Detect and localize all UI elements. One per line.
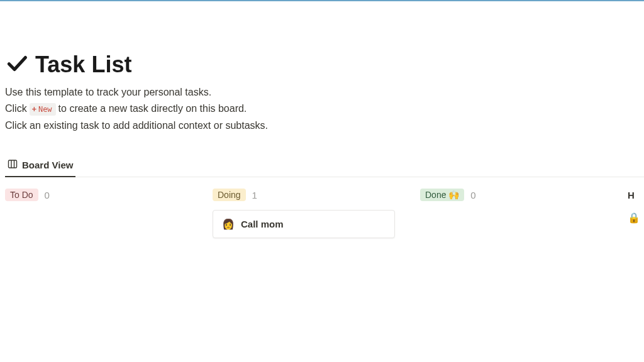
desc-text: Click an existing task to add additional… xyxy=(5,118,268,134)
page-description: Use this template to track your personal… xyxy=(5,84,644,134)
card-emoji-icon: 👩 xyxy=(222,218,235,230)
desc-text: to create a new task directly on this bo… xyxy=(58,101,247,117)
page-header: Task List Use this template to track you… xyxy=(5,14,644,134)
column-header: Doing 1 xyxy=(213,189,413,201)
column-doing: Doing 1 👩 Call mom xyxy=(213,189,420,238)
overflow-column: H 🔒 xyxy=(628,189,644,238)
column-done: Done 🙌 0 xyxy=(420,189,628,238)
desc-text: Click xyxy=(5,101,27,117)
column-header: To Do 0 xyxy=(5,189,205,201)
column-count: 1 xyxy=(252,190,257,200)
title-row: Task List xyxy=(5,52,644,78)
column-count: 0 xyxy=(45,190,50,200)
card-title: Call mom xyxy=(241,219,284,229)
column-header: Done 🙌 0 xyxy=(420,189,620,201)
svg-rect-0 xyxy=(9,160,17,168)
status-pill-done[interactable]: Done 🙌 xyxy=(420,189,464,201)
tab-label: Board View xyxy=(22,160,73,170)
board: To Do 0 Doing 1 👩 Call mom Done 🙌 0 xyxy=(5,189,644,238)
new-button-chip[interactable]: + New xyxy=(30,103,56,116)
desc-text: Use this template to track your personal… xyxy=(5,84,211,101)
new-chip-label: New xyxy=(38,104,52,115)
desc-line-1: Use this template to track your personal… xyxy=(5,84,644,101)
tab-board-view[interactable]: Board View xyxy=(5,155,75,177)
plus-icon: + xyxy=(32,104,36,115)
check-icon xyxy=(5,52,29,78)
overflow-hint: H xyxy=(628,190,635,200)
desc-line-2: Click + New to create a new task directl… xyxy=(5,101,644,117)
lock-icon: 🔒 xyxy=(628,212,640,224)
view-tabs: Board View xyxy=(5,155,644,177)
column-todo: To Do 0 xyxy=(5,189,213,238)
page-root: Task List Use this template to track you… xyxy=(0,1,644,238)
status-pill-todo[interactable]: To Do xyxy=(5,189,38,201)
desc-line-3: Click an existing task to add additional… xyxy=(5,118,644,134)
status-pill-doing[interactable]: Doing xyxy=(213,189,246,201)
card-call-mom[interactable]: 👩 Call mom xyxy=(213,210,395,238)
view-tabs-region: Board View To Do 0 Doing 1 👩 Call mom xyxy=(5,155,644,238)
column-count: 0 xyxy=(470,190,475,200)
page-title: Task List xyxy=(35,52,131,78)
board-icon xyxy=(8,159,18,171)
